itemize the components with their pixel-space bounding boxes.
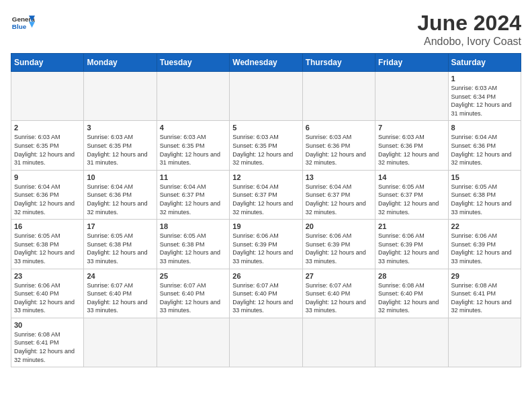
calendar-day-cell	[157, 72, 229, 121]
day-info: Sunrise: 6:05 AMSunset: 6:38 PMDaylight:…	[14, 232, 81, 265]
day-number: 6	[306, 124, 372, 132]
day-info: Sunrise: 6:07 AMSunset: 6:40 PMDaylight:…	[232, 281, 299, 315]
day-number: 23	[14, 272, 81, 280]
calendar-week-row: 2Sunrise: 6:03 AMSunset: 6:35 PMDaylight…	[11, 121, 521, 170]
day-number: 25	[160, 272, 226, 280]
day-info: Sunrise: 6:07 AMSunset: 6:40 PMDaylight:…	[87, 281, 153, 315]
day-info: Sunrise: 6:06 AMSunset: 6:39 PMDaylight:…	[232, 232, 299, 265]
logo: General Blue	[11, 11, 35, 35]
calendar-week-row: 16Sunrise: 6:05 AMSunset: 6:38 PMDayligh…	[11, 220, 521, 269]
day-number: 17	[87, 222, 153, 230]
calendar-day-cell: 24Sunrise: 6:07 AMSunset: 6:40 PMDayligh…	[84, 269, 157, 318]
day-info: Sunrise: 6:03 AMSunset: 6:35 PMDaylight:…	[14, 133, 81, 167]
calendar-week-row: 9Sunrise: 6:04 AMSunset: 6:36 PMDaylight…	[11, 170, 521, 219]
weekday-header-monday: Monday	[84, 54, 157, 72]
calendar-day-cell: 22Sunrise: 6:06 AMSunset: 6:39 PMDayligh…	[448, 220, 521, 269]
weekday-header-friday: Friday	[375, 54, 448, 72]
svg-text:Blue: Blue	[12, 23, 27, 30]
day-number: 20	[306, 222, 372, 230]
day-info: Sunrise: 6:04 AMSunset: 6:37 PMDaylight:…	[232, 183, 299, 216]
day-number: 30	[14, 321, 81, 329]
calendar-day-cell: 17Sunrise: 6:05 AMSunset: 6:38 PMDayligh…	[84, 220, 157, 269]
day-number: 4	[160, 124, 226, 132]
calendar-day-cell: 21Sunrise: 6:06 AMSunset: 6:39 PMDayligh…	[375, 220, 448, 269]
calendar-day-cell	[302, 72, 375, 121]
calendar-body: 1Sunrise: 6:03 AMSunset: 6:34 PMDaylight…	[11, 72, 521, 367]
calendar-day-cell: 16Sunrise: 6:05 AMSunset: 6:38 PMDayligh…	[11, 220, 84, 269]
weekday-header-saturday: Saturday	[448, 54, 521, 72]
calendar-day-cell: 6Sunrise: 6:03 AMSunset: 6:36 PMDaylight…	[302, 121, 375, 170]
calendar-day-cell: 19Sunrise: 6:06 AMSunset: 6:39 PMDayligh…	[230, 220, 302, 269]
day-number: 5	[232, 124, 299, 132]
day-number: 28	[378, 272, 445, 280]
day-number: 19	[232, 222, 299, 230]
calendar-subtitle: Andobo, Ivory Coast	[417, 36, 521, 48]
day-info: Sunrise: 6:06 AMSunset: 6:39 PMDaylight:…	[451, 232, 518, 265]
weekday-header-tuesday: Tuesday	[157, 54, 229, 72]
day-info: Sunrise: 6:05 AMSunset: 6:38 PMDaylight:…	[451, 183, 518, 216]
logo-icon: General Blue	[11, 11, 35, 35]
calendar-week-row: 1Sunrise: 6:03 AMSunset: 6:34 PMDaylight…	[11, 72, 521, 121]
day-info: Sunrise: 6:07 AMSunset: 6:40 PMDaylight:…	[306, 281, 372, 315]
day-number: 16	[14, 222, 81, 230]
calendar-day-cell: 14Sunrise: 6:05 AMSunset: 6:37 PMDayligh…	[375, 170, 448, 219]
calendar-day-cell	[230, 318, 302, 367]
day-info: Sunrise: 6:08 AMSunset: 6:40 PMDaylight:…	[378, 281, 445, 315]
day-number: 10	[87, 173, 153, 181]
day-number: 1	[451, 75, 518, 83]
weekday-header-thursday: Thursday	[302, 54, 375, 72]
calendar-day-cell	[448, 318, 521, 367]
calendar-day-cell	[375, 318, 448, 367]
day-info: Sunrise: 6:06 AMSunset: 6:39 PMDaylight:…	[306, 232, 372, 265]
day-info: Sunrise: 6:05 AMSunset: 6:37 PMDaylight:…	[378, 183, 445, 216]
day-info: Sunrise: 6:03 AMSunset: 6:35 PMDaylight:…	[160, 133, 226, 167]
title-area: June 2024 Andobo, Ivory Coast	[417, 11, 521, 48]
calendar-day-cell	[11, 72, 84, 121]
calendar-day-cell: 7Sunrise: 6:03 AMSunset: 6:36 PMDaylight…	[375, 121, 448, 170]
day-number: 7	[378, 124, 445, 132]
calendar-day-cell: 20Sunrise: 6:06 AMSunset: 6:39 PMDayligh…	[302, 220, 375, 269]
calendar-header: SundayMondayTuesdayWednesdayThursdayFrid…	[11, 54, 521, 72]
calendar-day-cell	[84, 318, 157, 367]
weekday-header-wednesday: Wednesday	[230, 54, 302, 72]
calendar-day-cell: 4Sunrise: 6:03 AMSunset: 6:35 PMDaylight…	[157, 121, 229, 170]
day-info: Sunrise: 6:06 AMSunset: 6:39 PMDaylight:…	[378, 232, 445, 265]
calendar-day-cell	[157, 318, 229, 367]
weekday-header-sunday: Sunday	[11, 54, 84, 72]
day-info: Sunrise: 6:03 AMSunset: 6:35 PMDaylight:…	[232, 133, 299, 167]
calendar-day-cell: 1Sunrise: 6:03 AMSunset: 6:34 PMDaylight…	[448, 72, 521, 121]
calendar-day-cell: 9Sunrise: 6:04 AMSunset: 6:36 PMDaylight…	[11, 170, 84, 219]
day-info: Sunrise: 6:03 AMSunset: 6:36 PMDaylight:…	[378, 133, 445, 167]
calendar-day-cell: 23Sunrise: 6:06 AMSunset: 6:40 PMDayligh…	[11, 269, 84, 318]
calendar-title: June 2024	[417, 11, 521, 36]
day-number: 26	[232, 272, 299, 280]
day-info: Sunrise: 6:07 AMSunset: 6:40 PMDaylight:…	[160, 281, 226, 315]
calendar-week-row: 23Sunrise: 6:06 AMSunset: 6:40 PMDayligh…	[11, 269, 521, 318]
calendar-day-cell: 15Sunrise: 6:05 AMSunset: 6:38 PMDayligh…	[448, 170, 521, 219]
day-info: Sunrise: 6:08 AMSunset: 6:41 PMDaylight:…	[14, 330, 81, 364]
calendar-day-cell: 28Sunrise: 6:08 AMSunset: 6:40 PMDayligh…	[375, 269, 448, 318]
day-info: Sunrise: 6:04 AMSunset: 6:37 PMDaylight:…	[306, 183, 372, 216]
weekday-header-row: SundayMondayTuesdayWednesdayThursdayFrid…	[11, 54, 521, 72]
day-number: 3	[87, 124, 153, 132]
calendar-day-cell: 10Sunrise: 6:04 AMSunset: 6:36 PMDayligh…	[84, 170, 157, 219]
day-number: 29	[451, 272, 518, 280]
day-info: Sunrise: 6:03 AMSunset: 6:35 PMDaylight:…	[87, 133, 153, 167]
day-info: Sunrise: 6:04 AMSunset: 6:36 PMDaylight:…	[87, 183, 153, 216]
day-info: Sunrise: 6:05 AMSunset: 6:38 PMDaylight:…	[87, 232, 153, 265]
day-number: 21	[378, 222, 445, 230]
calendar-day-cell: 11Sunrise: 6:04 AMSunset: 6:37 PMDayligh…	[157, 170, 229, 219]
calendar-day-cell: 27Sunrise: 6:07 AMSunset: 6:40 PMDayligh…	[302, 269, 375, 318]
day-number: 27	[306, 272, 372, 280]
calendar-day-cell: 12Sunrise: 6:04 AMSunset: 6:37 PMDayligh…	[230, 170, 302, 219]
day-info: Sunrise: 6:05 AMSunset: 6:38 PMDaylight:…	[160, 232, 226, 265]
calendar-table: SundayMondayTuesdayWednesdayThursdayFrid…	[11, 53, 521, 367]
day-number: 11	[160, 173, 226, 181]
day-number: 9	[14, 173, 81, 181]
calendar-day-cell	[375, 72, 448, 121]
day-info: Sunrise: 6:04 AMSunset: 6:36 PMDaylight:…	[451, 133, 518, 167]
day-info: Sunrise: 6:08 AMSunset: 6:41 PMDaylight:…	[451, 281, 518, 315]
calendar-week-row: 30Sunrise: 6:08 AMSunset: 6:41 PMDayligh…	[11, 318, 521, 367]
calendar-day-cell	[84, 72, 157, 121]
calendar-day-cell: 25Sunrise: 6:07 AMSunset: 6:40 PMDayligh…	[157, 269, 229, 318]
